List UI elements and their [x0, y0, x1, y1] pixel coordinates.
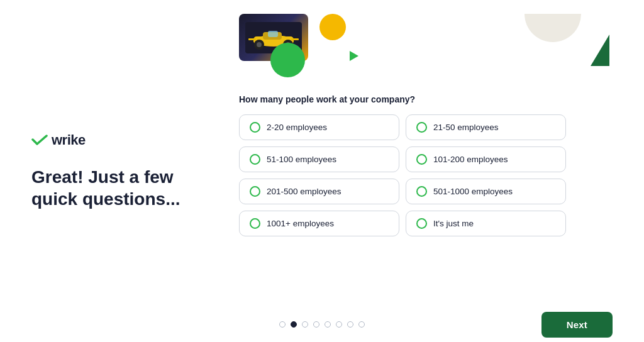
pagination-dot-2[interactable] — [302, 321, 308, 328]
question-section: How many people work at your company? 2-… — [239, 94, 606, 236]
option-label-opt6: 501-1000 employees — [433, 187, 513, 196]
small-green-triangle-shape — [350, 51, 358, 61]
right-panel: How many people work at your company? 2-… — [214, 0, 644, 342]
beige-semicircle-shape — [525, 14, 581, 42]
svg-rect-9 — [248, 38, 256, 40]
option-label-opt4: 101-200 employees — [433, 155, 508, 164]
green-circle-shape — [270, 43, 305, 77]
pagination-dot-1[interactable] — [291, 321, 297, 328]
option-opt8[interactable]: It's just me — [406, 211, 566, 236]
pagination-dots — [279, 321, 365, 328]
option-label-opt2: 21-50 employees — [433, 123, 499, 132]
svg-rect-10 — [291, 38, 299, 40]
option-opt4[interactable]: 101-200 employees — [406, 146, 566, 172]
option-label-opt8: It's just me — [433, 219, 474, 228]
pagination-dot-6[interactable] — [347, 321, 353, 328]
option-label-opt1: 2-20 employees — [267, 123, 327, 132]
radio-circle-opt2 — [416, 122, 427, 133]
yellow-circle-shape — [319, 14, 346, 40]
radio-circle-opt1 — [250, 122, 260, 133]
svg-point-5 — [257, 42, 262, 47]
question-label: How many people work at your company? — [239, 94, 606, 104]
option-opt5[interactable]: 201-500 employees — [239, 179, 399, 204]
options-grid: 2-20 employees21-50 employees51-100 empl… — [239, 114, 566, 236]
option-opt3[interactable]: 51-100 employees — [239, 146, 399, 172]
wrike-check-icon — [31, 134, 48, 146]
page-wrapper: wrike Great! Just a few quick questions.… — [0, 0, 644, 342]
radio-circle-opt5 — [250, 186, 260, 197]
dark-green-triangle-shape — [591, 35, 609, 66]
pagination-dot-0[interactable] — [279, 321, 286, 328]
pagination-dot-5[interactable] — [336, 321, 342, 328]
radio-circle-opt7 — [250, 218, 260, 229]
option-opt2[interactable]: 21-50 employees — [406, 114, 566, 140]
brand-name: wrike — [52, 132, 86, 148]
next-button[interactable]: Next — [541, 312, 613, 338]
radio-circle-opt3 — [250, 154, 260, 165]
logo-area: wrike — [31, 132, 182, 148]
option-label-opt7: 1001+ employees — [267, 219, 334, 228]
option-label-opt5: 201-500 employees — [267, 187, 341, 196]
option-label-opt3: 51-100 employees — [267, 155, 336, 164]
svg-rect-8 — [268, 31, 278, 37]
radio-circle-opt4 — [416, 154, 427, 165]
tagline: Great! Just a few quick questions... — [31, 166, 182, 210]
option-opt7[interactable]: 1001+ employees — [239, 211, 399, 236]
pagination-dot-3[interactable] — [313, 321, 319, 328]
pagination-dot-7[interactable] — [358, 321, 365, 328]
left-panel: wrike Great! Just a few quick questions.… — [0, 0, 214, 342]
radio-circle-opt8 — [416, 218, 427, 229]
option-opt6[interactable]: 501-1000 employees — [406, 179, 566, 204]
pagination-dot-4[interactable] — [325, 321, 331, 328]
radio-circle-opt6 — [416, 186, 427, 197]
option-opt1[interactable]: 2-20 employees — [239, 114, 399, 140]
